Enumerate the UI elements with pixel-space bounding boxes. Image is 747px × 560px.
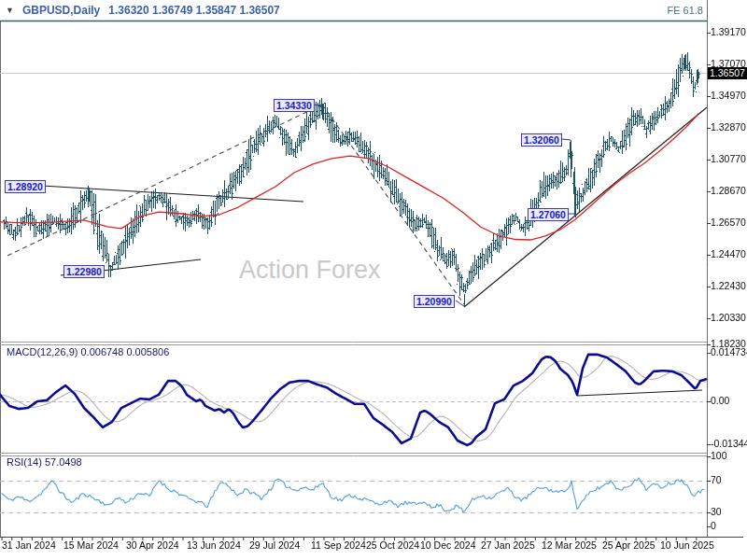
date-axis-label: 10 Jun 2025 xyxy=(660,539,714,551)
pivot-price-label[interactable]: 1.22980 xyxy=(63,265,105,278)
current-price-tag: 1.36507 xyxy=(708,67,747,79)
date-axis-label: 25 Oct 2024 xyxy=(366,539,419,551)
rsi-axis-label: 70 xyxy=(711,475,722,485)
date-axis-label: 15 Mar 2024 xyxy=(63,539,119,551)
rsi-axis-label: 100 xyxy=(711,451,727,461)
rsi-indicator-header: RSI(14) 57.0498 xyxy=(7,456,82,468)
chart-canvas[interactable] xyxy=(0,0,747,560)
price-axis-label: 1.30770 xyxy=(711,154,746,164)
date-axis-label: 29 Jul 2024 xyxy=(249,539,300,551)
price-axis-label: 1.26570 xyxy=(711,217,746,228)
pivot-price-label[interactable]: 1.28920 xyxy=(5,180,46,193)
date-axis-label: 10 Dec 2024 xyxy=(420,539,476,551)
date-axis-label: 12 Mar 2025 xyxy=(542,539,597,551)
rsi-axis-label: 30 xyxy=(711,507,722,517)
date-axis-label: 27 Jan 2025 xyxy=(481,539,535,551)
pivot-price-label[interactable]: 1.27060 xyxy=(528,208,569,221)
chart-symbol-title: GBPUSD,Daily xyxy=(22,4,100,17)
date-axis-label: 31 Jan 2024 xyxy=(2,539,56,551)
pivot-price-label[interactable]: 1.34330 xyxy=(274,99,315,112)
price-axis-label: 1.39170 xyxy=(711,27,746,37)
macd-axis-label: 0.00 xyxy=(711,396,729,406)
price-axis-label: 1.20330 xyxy=(711,313,746,323)
date-axis-label: 13 Jun 2024 xyxy=(187,539,241,551)
price-axis-label: 1.24470 xyxy=(711,249,746,259)
date-axis-label: 11 Sep 2024 xyxy=(311,539,366,551)
price-axis-label: 1.34970 xyxy=(711,91,746,101)
price-axis-label: 1.32870 xyxy=(711,122,746,133)
chart-ohlc-quotes: 1.36320 1.36749 1.35847 1.36507 xyxy=(108,4,280,17)
chart-title-bar: ▼ GBPUSD,Daily 1.36320 1.36749 1.35847 1… xyxy=(6,4,280,17)
pivot-price-label[interactable]: 1.32060 xyxy=(521,133,562,147)
date-axis-label: 25 Apr 2025 xyxy=(602,539,655,551)
symbol-dropdown-icon[interactable]: ▼ xyxy=(6,6,14,15)
pivot-price-label[interactable]: 1.20990 xyxy=(414,295,455,308)
macd-indicator-header: MACD(12,26,9) 0.006748 0.005806 xyxy=(7,346,169,357)
fib-extension-label[interactable]: FE 61.8 xyxy=(667,5,703,16)
macd-axis-label: 0.014734 xyxy=(711,347,747,357)
date-axis-label: 30 Apr 2024 xyxy=(126,539,179,551)
rsi-axis-label: 0 xyxy=(711,521,716,531)
price-axis-label: 1.28670 xyxy=(711,186,746,196)
macd-axis-label: -0.013442 xyxy=(711,439,747,449)
trading-chart-window: ▼ GBPUSD,Daily 1.36320 1.36749 1.35847 1… xyxy=(0,0,747,560)
price-axis-label: 1.22430 xyxy=(711,281,746,291)
